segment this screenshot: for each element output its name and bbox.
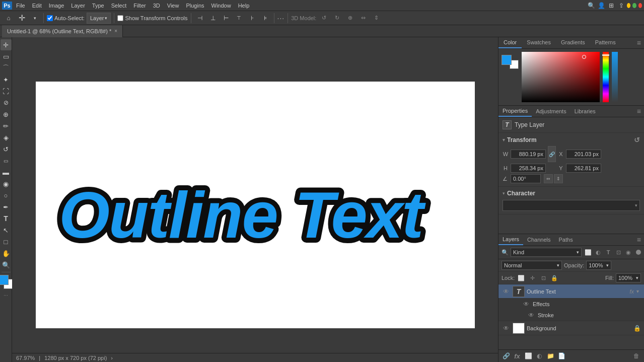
align-center-h-btn[interactable]: ⊥ <box>207 13 219 24</box>
menu-edit[interactable]: Edit <box>29 0 45 11</box>
pen-tool[interactable]: ✒ <box>1 201 12 212</box>
close-btn[interactable] <box>638 3 642 8</box>
fg-bg-color-selector[interactable] <box>0 275 14 289</box>
add-adjustment-btn[interactable]: ◐ <box>535 351 544 360</box>
height-input[interactable] <box>511 164 546 173</box>
tab-properties[interactable]: Properties <box>498 106 532 117</box>
menu-filter[interactable]: Filter <box>130 0 149 11</box>
color-panel-options[interactable]: ≡ <box>634 39 644 47</box>
stroke-visibility[interactable]: 👁 <box>527 311 536 320</box>
tab-color[interactable]: Color <box>498 37 522 48</box>
menu-select[interactable]: Select <box>108 0 130 11</box>
link-layers-btn[interactable]: 🔗 <box>502 351 511 360</box>
align-right-btn[interactable]: ⊢ <box>221 13 232 24</box>
align-bottom-btn[interactable]: ⊧ <box>260 13 271 24</box>
layers-panel-options[interactable]: ≡ <box>634 236 644 244</box>
tab-libraries[interactable]: Libraries <box>570 106 600 116</box>
effects-visibility[interactable]: 👁 <box>522 300 531 309</box>
filter-pixel-btn[interactable]: ⬜ <box>584 248 593 257</box>
lock-position-btn[interactable]: ✛ <box>528 273 537 282</box>
blend-mode-dropdown[interactable]: Normal ▾ <box>502 261 562 270</box>
link-wh-btn[interactable]: 🔗 <box>548 146 556 162</box>
layer-fx-btn[interactable]: fx <box>629 288 634 295</box>
flip-h-btn[interactable]: ⇔ <box>544 174 553 183</box>
x-input[interactable] <box>566 150 601 159</box>
tab-swatches[interactable]: Swatches <box>522 37 556 48</box>
more-options-btn[interactable]: ··· <box>277 14 285 22</box>
account-icon[interactable]: 👤 <box>597 1 606 10</box>
layer-outline-text[interactable]: 👁 T Outline Text fx ▾ <box>498 284 644 299</box>
tab-paths[interactable]: Paths <box>555 235 577 245</box>
menu-layer[interactable]: Layer <box>68 0 88 11</box>
add-fx-btn[interactable]: fx <box>513 351 522 360</box>
lasso-tool[interactable]: ⌒ <box>1 62 12 74</box>
type-tool[interactable]: T <box>1 213 12 224</box>
opacity-input[interactable]: 100% ▾ <box>586 261 611 270</box>
menu-window[interactable]: Window <box>208 0 234 11</box>
minimize-btn[interactable] <box>627 3 630 8</box>
3d-mode-btn-3[interactable]: ⊕ <box>344 13 355 24</box>
more-tools[interactable]: ··· <box>4 293 8 298</box>
foreground-color-box[interactable] <box>0 275 9 285</box>
alpha-slider[interactable] <box>612 52 618 102</box>
home-btn[interactable]: ⌂ <box>3 13 14 24</box>
reset-transform-btn[interactable]: ↺ <box>634 136 640 144</box>
menu-type[interactable]: Type <box>89 0 107 11</box>
path-selection-tool[interactable]: ↖ <box>1 225 12 236</box>
share-icon[interactable]: ⇪ <box>617 1 626 10</box>
fill-input[interactable]: 100% ▾ <box>616 273 641 282</box>
align-top-btn[interactable]: ⊤ <box>234 13 245 24</box>
crop-tool[interactable]: ⛶ <box>1 86 12 97</box>
move-tool[interactable]: ✛ <box>1 39 12 50</box>
fg-color-panel-box[interactable] <box>502 55 512 65</box>
maximize-btn[interactable] <box>632 3 636 8</box>
tab-gradients[interactable]: Gradients <box>556 37 590 48</box>
tab-channels[interactable]: Channels <box>523 235 554 245</box>
gradient-tool[interactable]: ▬ <box>1 167 12 178</box>
add-mask-btn[interactable]: ⬜ <box>524 351 533 360</box>
auto-select-checkbox[interactable] <box>47 15 53 21</box>
hue-slider[interactable] <box>603 52 609 102</box>
character-header[interactable]: ▾ Character <box>503 190 640 197</box>
move-tool-option[interactable]: ✛ <box>16 13 27 24</box>
filter-shape-btn[interactable]: ⊡ <box>614 248 623 257</box>
tab-patterns[interactable]: Patterns <box>590 37 621 48</box>
flip-v-btn[interactable]: ⇕ <box>554 174 563 183</box>
character-collapse-icon[interactable]: ▾ <box>503 191 505 196</box>
3d-mode-btn-2[interactable]: ↻ <box>331 13 342 24</box>
menu-image[interactable]: Image <box>46 0 67 11</box>
menu-plugins[interactable]: Plugins <box>183 0 207 11</box>
align-center-v-btn[interactable]: ⊦ <box>247 13 258 24</box>
hand-tool[interactable]: ✋ <box>1 248 12 259</box>
menu-view[interactable]: View <box>164 0 182 11</box>
marquee-tool[interactable]: ▭ <box>1 51 12 62</box>
layer-visibility-bg[interactable]: 👁 <box>502 324 511 333</box>
eraser-tool[interactable]: ▭ <box>1 155 12 166</box>
angle-input[interactable] <box>511 174 541 183</box>
align-left-btn[interactable]: ⊣ <box>194 13 205 24</box>
transform-controls-checkbox[interactable] <box>117 15 123 21</box>
auto-select-checkbox-label[interactable]: Auto-Select: <box>47 15 85 21</box>
transform-controls-label[interactable]: Show Transform Controls <box>117 15 187 21</box>
brush-tool[interactable]: ✏ <box>1 120 12 131</box>
rectangle-tool[interactable]: □ <box>1 236 12 247</box>
character-font-dropdown[interactable]: ▾ <box>503 200 640 211</box>
move-options-arrow[interactable]: ▾ <box>29 13 40 24</box>
menu-3d[interactable]: 3D <box>150 0 163 11</box>
kind-filter-dropdown[interactable]: Kind ▾ <box>511 248 582 257</box>
layer-expand-btn[interactable]: ▾ <box>634 288 641 294</box>
status-arrow[interactable]: › <box>111 355 113 361</box>
layout-icon[interactable]: ⊞ <box>607 1 616 10</box>
dodge-tool[interactable]: ○ <box>1 190 12 201</box>
transform-header[interactable]: ▾ Transform ↺ <box>503 136 640 144</box>
lock-artboards-btn[interactable]: ⊡ <box>539 273 548 282</box>
3d-mode-btn-4[interactable]: ⇔ <box>357 13 369 24</box>
filter-toggle[interactable] <box>636 250 641 255</box>
clone-tool[interactable]: ◈ <box>1 132 12 143</box>
history-brush-tool[interactable]: ↺ <box>1 143 12 155</box>
tab-close-btn[interactable]: × <box>114 28 117 34</box>
menu-help[interactable]: Help <box>235 0 253 11</box>
delete-layer-btn[interactable]: 🗑 <box>632 351 641 360</box>
layer-dropdown[interactable]: Layer ▾ <box>87 13 111 24</box>
3d-mode-btn-5[interactable]: ⇕ <box>371 13 382 24</box>
